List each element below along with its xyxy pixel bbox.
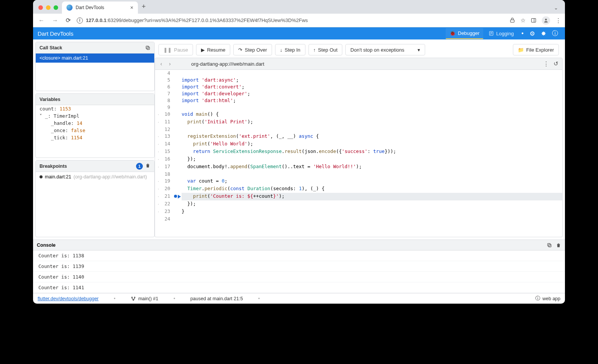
source-line[interactable]: ·15 return ServiceExtensionResponse.resu… (155, 148, 562, 156)
source-line[interactable]: 18 (155, 171, 562, 178)
step-in-button[interactable]: ↓Step In (275, 44, 305, 55)
minimize-window-icon[interactable] (46, 5, 51, 10)
step-out-button[interactable]: ↑Step Out (308, 44, 343, 55)
source-line[interactable]: 6import 'dart:convert'; (155, 84, 562, 90)
app-header: Dart DevTools 🐞 Debugger Logging • ⚙ ✸ ⓘ (33, 27, 565, 39)
console-panel: Console Counter is: 1138Counter is: 1139… (33, 240, 565, 293)
variable-row[interactable]: _tick: 1154 (36, 134, 154, 141)
source-line[interactable]: ·14 print('Hello World'); (155, 140, 562, 148)
source-line[interactable]: 24 (155, 216, 562, 222)
maximize-window-icon[interactable] (54, 5, 58, 10)
callstack-header: Call Stack (40, 45, 62, 50)
kebab-menu-icon[interactable]: ⋮ (555, 17, 561, 24)
svg-point-3 (545, 19, 547, 20)
variable-row[interactable]: count: 1153 (36, 105, 154, 112)
exceptions-dropdown[interactable]: Don't stop on exceptions▾ (345, 44, 425, 55)
source-line[interactable]: ·20 Timer.periodic(const Duration(second… (155, 185, 562, 193)
reload-button[interactable]: ⟳ (64, 17, 72, 24)
window-controls (36, 5, 62, 14)
callstack-frame[interactable]: <closure> main.dart:21 (36, 54, 154, 63)
site-info-icon[interactable]: i (77, 17, 83, 24)
forward-button[interactable]: → (51, 17, 60, 24)
source-back-icon[interactable]: ‹ (159, 61, 164, 67)
pause-button[interactable]: ❚❚Pause (158, 44, 193, 55)
source-line[interactable]: ·23} (155, 208, 562, 216)
status-bar: flutter.dev/devtools/debugger • main() #… (33, 293, 565, 304)
tab-debugger[interactable]: 🐞 Debugger (446, 28, 483, 39)
svg-rect-0 (511, 20, 514, 22)
source-line[interactable]: 8import 'dart:html'; (155, 97, 562, 104)
log-icon (489, 31, 494, 36)
tab-title: Dart DevTools (76, 5, 104, 10)
breakpoint-dot-icon (40, 175, 43, 178)
tabs-dropdown-icon[interactable]: ⌄ (550, 5, 562, 14)
source-line[interactable]: ·16 }); (155, 156, 562, 163)
variables-header: Variables (40, 97, 60, 102)
delete-icon[interactable] (556, 243, 561, 248)
step-over-button[interactable]: ↷Step Over (233, 44, 272, 55)
svg-point-12 (131, 297, 132, 298)
copy-icon[interactable] (145, 45, 150, 50)
svg-point-14 (133, 299, 134, 300)
extensions-icon[interactable]: ✸ (539, 30, 548, 37)
delete-icon[interactable] (145, 163, 150, 170)
source-line[interactable]: 7import 'dart:developer'; (155, 90, 562, 97)
help-icon[interactable]: ⓘ (550, 30, 560, 38)
source-view[interactable]: 4 5import 'dart:async';6import 'dart:con… (155, 70, 563, 237)
file-explorer-button[interactable]: 📁File Explorer (513, 44, 559, 55)
close-window-icon[interactable] (38, 5, 43, 10)
variable-row[interactable]: ˅ _: TimerImpl (36, 112, 154, 120)
copy-icon[interactable] (547, 243, 552, 248)
resume-button[interactable]: ▶Resume (196, 44, 230, 55)
bug-icon: 🐞 (449, 30, 456, 36)
console-header: Console (37, 243, 55, 248)
more-icon[interactable]: ⋮ (543, 60, 549, 67)
console-log-line: Counter is: 1138 (33, 251, 565, 261)
breakpoints-header: Breakpoints (40, 164, 67, 169)
source-line[interactable]: 4 (155, 70, 562, 77)
folder-icon: 📁 (518, 47, 524, 53)
panel-icon[interactable] (531, 17, 536, 23)
source-line[interactable]: 5import 'dart:async'; (155, 77, 562, 84)
share-icon[interactable] (509, 17, 515, 23)
source-line[interactable]: ·10void main() { (155, 111, 562, 118)
source-line[interactable]: ·17 document.body!.append(SpanElement().… (155, 163, 562, 171)
new-tab-button[interactable]: + (138, 3, 150, 14)
settings-icon[interactable]: ⚙ (527, 30, 537, 37)
callstack-panel: Call Stack <closure> main.dart:21 (35, 42, 155, 91)
address-bar: ← → ⟳ i 127.0.0.1:63299/debugger?uri=ws%… (33, 14, 565, 27)
status-target: web app (543, 296, 560, 301)
profile-avatar-icon[interactable] (542, 16, 550, 25)
history-icon[interactable]: ↺ (554, 60, 558, 67)
source-nav: ‹ › org-dartlang-app:///web/main.dart ⋮ … (155, 58, 563, 70)
console-log-line: Counter is: 1140 (33, 272, 565, 282)
app-title: Dart DevTools (38, 30, 73, 37)
tab-close-icon[interactable]: × (130, 5, 133, 11)
source-forward-icon[interactable]: › (168, 61, 172, 67)
docs-link[interactable]: flutter.dev/devtools/debugger (38, 296, 99, 301)
source-line[interactable]: ·19 var count = 0; (155, 178, 562, 185)
source-line[interactable]: 9 (155, 104, 562, 111)
svg-point-13 (134, 297, 135, 298)
tab-logging[interactable]: Logging (485, 28, 517, 39)
back-button[interactable]: ← (37, 17, 46, 24)
branch-icon (131, 296, 136, 301)
source-line[interactable]: 12 (155, 126, 562, 133)
browser-tab[interactable]: Dart DevTools × (62, 2, 138, 14)
status-dot-icon: • (519, 30, 526, 37)
source-line[interactable]: ·22 }); (155, 200, 562, 208)
variable-row[interactable]: _handle: 14 (36, 120, 154, 127)
breakpoints-count-badge: 1 (136, 163, 143, 170)
source-line[interactable]: ·21 print('Counter is: ${++count}'); (155, 193, 562, 200)
source-line[interactable]: ·11 print('Initial Print'); (155, 118, 562, 126)
breakpoint-item[interactable]: main.dart:21 (org-dartlang-app:///web/ma… (36, 172, 154, 182)
info-icon: ⓘ (535, 295, 540, 302)
debugger-toolbar: ❚❚Pause ▶Resume ↷Step Over ↓Step In ↑Ste… (155, 42, 563, 58)
url-host: 127.0.0.1 (86, 17, 106, 23)
bookmark-icon[interactable]: ☆ (520, 17, 525, 24)
console-log-line: Counter is: 1141 (33, 282, 565, 293)
source-line[interactable]: ·13 registerExtension('ext.print', (_, _… (155, 133, 562, 140)
browser-tabbar: Dart DevTools × + ⌄ (33, 0, 565, 14)
variable-row[interactable]: _once: false (36, 127, 154, 134)
url-field[interactable]: i 127.0.0.1:63299/debugger?uri=ws%3A%2F%… (77, 17, 505, 24)
